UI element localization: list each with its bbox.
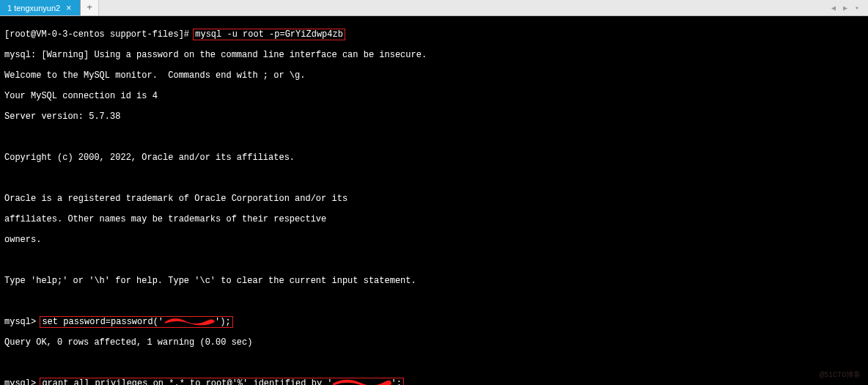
mysql-copyright: Copyright (c) 2000, 2022, Oracle and/or … bbox=[4, 153, 864, 163]
redacted-password bbox=[333, 378, 391, 385]
cmd-set-password: set password=password(''); bbox=[40, 316, 232, 328]
mysql-prompt: mysql> bbox=[4, 378, 41, 385]
cmd-mysql-login: mysql -u root -p=GrYiZdwp4zb bbox=[193, 29, 345, 40]
nav-arrows: ◀ ▶ ▾ bbox=[828, 0, 868, 15]
nav-right-icon[interactable]: ▶ bbox=[840, 2, 850, 14]
nav-down-icon[interactable]: ▾ bbox=[852, 2, 862, 14]
oracle-notice-1: Oracle is a registered trademark of Orac… bbox=[4, 194, 864, 204]
shell-prompt: [root@VM-0-3-centos support-files]# bbox=[4, 29, 194, 40]
redacted-password bbox=[163, 317, 215, 327]
tab-title: 1 tengxunyun2 bbox=[7, 4, 60, 12]
tab-tengxunyun2[interactable]: 1 tengxunyun2 × bbox=[0, 0, 81, 15]
oracle-notice-3: owners. bbox=[4, 235, 864, 245]
mysql-prompt: mysql> bbox=[4, 317, 41, 327]
mysql-welcome: Welcome to the MySQL monitor. Commands e… bbox=[4, 70, 864, 81]
watermark: @51CTO博客 bbox=[820, 370, 861, 381]
mysql-help: Type 'help;' or '\h' for help. Type '\c'… bbox=[4, 276, 864, 286]
oracle-notice-2: affiliates. Other names may be trademark… bbox=[4, 214, 864, 224]
nav-left-icon[interactable]: ◀ bbox=[828, 2, 839, 14]
mysql-version: Server version: 5.7.38 bbox=[4, 111, 864, 122]
tab-bar: 1 tengxunyun2 × + ◀ ▶ ▾ bbox=[0, 0, 868, 16]
add-tab-button[interactable]: + bbox=[81, 0, 99, 15]
cmd-grant-privileges: grant all privileges on *.* to root@'%' … bbox=[40, 378, 403, 385]
close-icon[interactable]: × bbox=[65, 3, 73, 13]
mysql-warning: mysql: [Warning] Using a password on the… bbox=[4, 50, 864, 60]
mysql-conn-id: Your MySQL connection id is 4 bbox=[4, 91, 864, 101]
terminal[interactable]: [root@VM-0-3-centos support-files]# mysq… bbox=[0, 16, 868, 385]
query-ok-1: Query OK, 0 rows affected, 1 warning (0.… bbox=[4, 337, 864, 348]
